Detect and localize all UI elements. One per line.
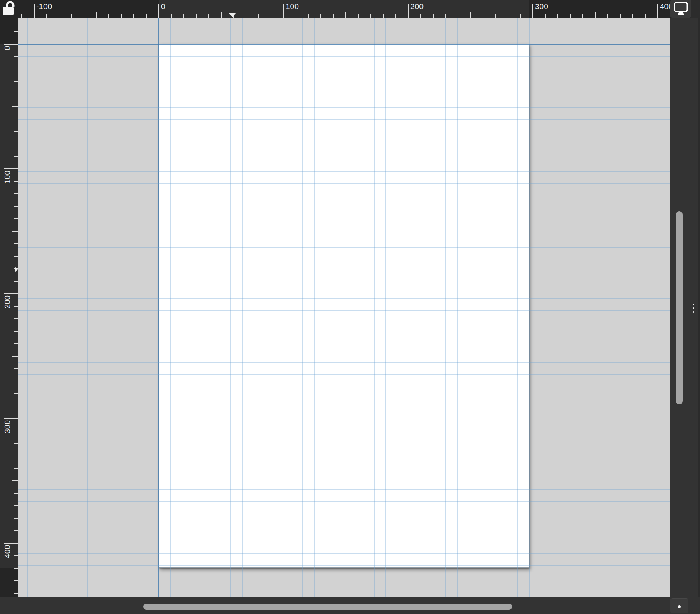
ruler-tail <box>691 0 700 18</box>
grid-line-horizontal <box>18 247 670 248</box>
ruler-tick <box>221 12 222 18</box>
unlock-padlock-icon <box>0 12 17 19</box>
ruler-label: 100 <box>3 171 12 184</box>
grid-line-horizontal <box>18 565 670 566</box>
ruler-label: 300 <box>3 420 12 433</box>
ruler-label: -100 <box>36 2 52 11</box>
triangle-down-marker-icon <box>229 13 236 17</box>
grid-line-horizontal <box>18 489 670 490</box>
ruler-label: 300 <box>535 2 548 11</box>
ruler-tick <box>520 14 521 18</box>
ruler-tick <box>14 493 18 494</box>
grid-line-vertical <box>601 18 601 597</box>
triangle-right-marker-icon <box>15 267 18 272</box>
ruler-tick <box>108 14 109 18</box>
display-button[interactable] <box>670 0 691 18</box>
ruler-tick <box>14 318 18 319</box>
ruler-corner-box[interactable] <box>0 0 18 18</box>
ruler-tick <box>395 14 396 18</box>
grid-line-horizontal <box>18 298 670 299</box>
ruler-label: 200 <box>3 295 12 309</box>
right-scroll-panel <box>670 18 700 597</box>
grid-line-vertical <box>87 18 88 597</box>
grid-line-horizontal <box>18 310 670 311</box>
ruler-tick <box>271 14 271 18</box>
horizontal-ruler[interactable]: -1000100200300400 <box>0 0 700 18</box>
grid-line-vertical <box>374 18 375 597</box>
ruler-tick <box>71 14 72 18</box>
ruler-page-highlight <box>159 0 529 18</box>
ruler-tick <box>14 94 18 94</box>
ruler-tick <box>333 14 334 18</box>
app-window: -1000100200300400 0100200300400 <box>0 0 700 614</box>
drag-handle-dots[interactable] <box>693 304 694 313</box>
grid-line-horizontal <box>18 553 670 554</box>
ruler-tick <box>508 14 508 18</box>
ruler-tick <box>14 393 18 394</box>
ruler-tick <box>14 381 18 381</box>
ruler-tick <box>4 543 18 544</box>
grid-line-horizontal <box>18 426 670 426</box>
ruler-tick <box>14 593 18 594</box>
horizontal-scrollbar-thumb[interactable] <box>143 604 512 610</box>
grid-line-horizontal <box>18 171 670 172</box>
grid-line-vertical <box>445 18 446 597</box>
ruler-tick <box>183 14 184 18</box>
ruler-tick <box>12 356 18 357</box>
grid-line-vertical <box>314 18 315 597</box>
ruler-tick <box>657 4 658 18</box>
ruler-tick <box>358 14 359 18</box>
grid-overlay <box>18 18 670 597</box>
canvas-area[interactable] <box>18 18 670 597</box>
scrollbar-corner-button[interactable] <box>670 598 688 613</box>
ruler-tick <box>370 14 371 18</box>
grid-line-horizontal <box>18 119 670 120</box>
ruler-tick <box>296 14 296 18</box>
ruler-tick <box>14 406 18 406</box>
ruler-tick <box>246 14 246 18</box>
ruler-tick <box>46 14 47 18</box>
ruler-tick <box>14 518 18 519</box>
ruler-tick <box>4 293 18 294</box>
ruler-tick <box>14 368 18 369</box>
ruler-tick <box>582 14 583 18</box>
ruler-tick <box>14 31 18 32</box>
ruler-tick <box>445 14 446 18</box>
grid-line-vertical <box>170 18 171 597</box>
ruler-tick <box>84 14 84 18</box>
ruler-tick <box>196 14 197 18</box>
ruler-tick <box>14 206 18 207</box>
ruler-tick <box>14 530 18 531</box>
grid-line-horizontal <box>18 362 670 363</box>
ruler-tick <box>14 555 18 556</box>
grid-line-vertical <box>457 18 458 597</box>
ruler-tick <box>12 480 18 481</box>
grid-line-vertical <box>517 18 518 597</box>
ruler-tick <box>133 14 134 18</box>
ruler-tick <box>345 12 346 18</box>
ruler-tick <box>14 281 18 282</box>
ruler-tick <box>14 256 18 257</box>
ruler-tick <box>258 14 259 18</box>
ruler-tick <box>4 168 18 169</box>
display-monitor-icon <box>673 1 688 17</box>
ruler-tick <box>14 119 18 119</box>
ruler-tick <box>14 81 18 82</box>
ruler-tick <box>4 418 18 419</box>
vertical-scrollbar-thumb[interactable] <box>676 211 683 404</box>
ruler-tick <box>96 12 97 18</box>
ruler-tick <box>14 144 18 144</box>
ruler-tick <box>483 14 483 18</box>
grid-line-horizontal <box>18 501 670 502</box>
grid-line-horizontal <box>18 438 670 438</box>
grid-line-horizontal <box>18 183 670 184</box>
ruler-tick <box>320 14 321 18</box>
vertical-ruler[interactable]: 0100200300400 <box>0 0 18 597</box>
status-dot-icon <box>678 605 681 608</box>
ruler-tick <box>308 14 309 18</box>
ruler-tick <box>121 14 122 18</box>
handle-dot <box>693 304 694 305</box>
ruler-tick <box>208 14 209 18</box>
ruler-tick <box>14 443 18 444</box>
ruler-tick <box>14 243 18 244</box>
